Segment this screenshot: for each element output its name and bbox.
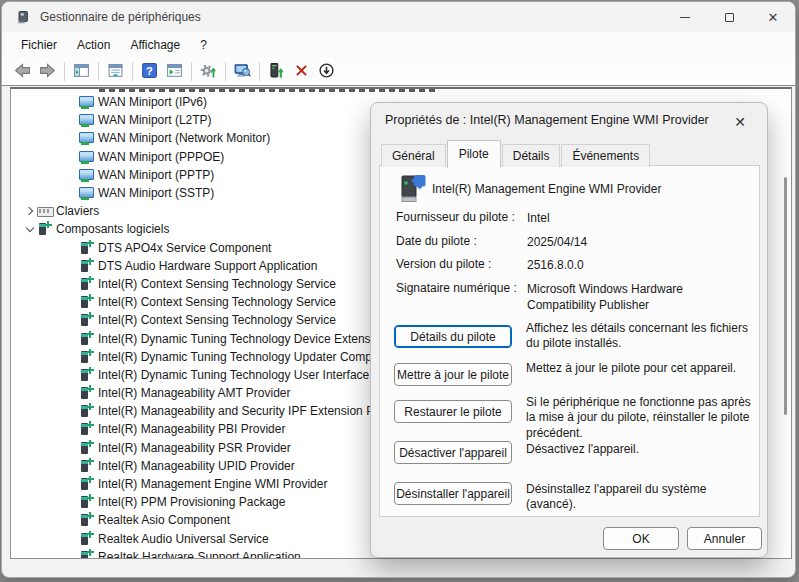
tree-item-label: Intel(R) Manageability PBI Provider — [98, 422, 285, 436]
properties-icon — [107, 62, 124, 82]
tree-item-label: Intel(R) Context Sensing Technology Serv… — [98, 313, 336, 327]
field-label: Fournisseur du pilote : — [396, 210, 527, 226]
toolbar-help-button[interactable]: ? — [137, 60, 162, 84]
action-description: Désactivez l'appareil. — [526, 442, 754, 457]
tree-item-label: WAN Miniport (L2TP) — [98, 113, 212, 127]
menubar: Fichier Action Affichage ? — [2, 32, 795, 58]
software-device-icon — [79, 441, 94, 455]
tree-item-label: Intel(R) Manageability AMT Provider — [98, 386, 291, 400]
uninstall-device-icon — [293, 62, 310, 82]
field-value: 2025/04/14 — [527, 234, 751, 250]
action-description: Affichez les détails concernant les fich… — [526, 321, 754, 352]
détails-du-pilote-button[interactable]: Détails du pilote — [394, 325, 512, 348]
software-device-icon — [79, 513, 94, 527]
chevron-spacer — [65, 168, 79, 182]
field-value: Intel — [527, 210, 751, 226]
tree-item-label: Intel(R) Manageability PSR Provider — [98, 441, 291, 455]
software-device-icon — [79, 313, 94, 327]
scan-hardware-changes-icon — [200, 62, 217, 82]
tab--v-nements[interactable]: Événements — [561, 144, 650, 167]
chevron-spacer — [65, 422, 79, 436]
software-device-icon — [37, 222, 52, 236]
désactiver-l-appareil-button[interactable]: Désactiver l'appareil — [394, 441, 512, 464]
menu-affichage[interactable]: Affichage — [120, 34, 190, 56]
chevron-right-icon[interactable] — [23, 204, 37, 218]
tree-item-label: Intel(R) Management Engine WMI Provider — [98, 477, 327, 491]
keyboard-device-icon — [37, 204, 52, 218]
tree-item-label: Realtek Hardware Support Application — [98, 550, 301, 559]
software-device-icon — [79, 277, 94, 291]
toolbar-uninstall-device-button[interactable] — [289, 60, 314, 84]
toolbar-back-button[interactable] — [10, 60, 35, 84]
tree-item-label: WAN Miniport (SSTP) — [98, 186, 214, 200]
chevron-spacer — [65, 386, 79, 400]
chevron-spacer — [65, 532, 79, 546]
chevron-down-icon[interactable] — [23, 222, 37, 236]
driver-field-row: Fournisseur du pilote :Intel — [396, 210, 751, 226]
toolbar-console-tree-button[interactable] — [69, 60, 94, 84]
tab-pilote[interactable]: Pilote — [447, 140, 501, 168]
toolbar-search-devices-button[interactable] — [230, 60, 255, 84]
software-device-icon — [79, 550, 94, 559]
tree-item-label: DTS Audio Hardware Support Application — [98, 259, 317, 273]
software-device-icon — [79, 532, 94, 546]
device-manager-app-icon — [15, 9, 31, 25]
minimize-button[interactable] — [663, 2, 707, 32]
software-device-icon — [79, 386, 94, 400]
chevron-spacer — [65, 241, 79, 255]
maximize-button[interactable] — [707, 2, 751, 32]
toolbar-separator — [191, 62, 192, 81]
tree-item-label: Composants logiciels — [56, 222, 169, 236]
chevron-spacer — [65, 404, 79, 418]
chevron-spacer — [65, 95, 79, 109]
tree-item-label: WAN Miniport (PPTP) — [98, 168, 214, 182]
toolbar-scan-hardware-changes-button[interactable] — [196, 60, 221, 84]
software-device-icon — [79, 495, 94, 509]
close-button[interactable]: ✕ — [751, 2, 795, 32]
toolbar-export-list-button[interactable] — [162, 60, 187, 84]
device-name: Intel(R) Management Engine WMI Provider — [432, 182, 661, 196]
toolbar-disable-device-button[interactable] — [314, 60, 339, 84]
tree-item-label: Intel(R) Manageability and Security IPF … — [98, 404, 378, 418]
chevron-spacer — [65, 150, 79, 164]
tree-item-label: Intel(R) Dynamic Tuning Technology Devic… — [98, 332, 373, 346]
tree-item-label: Intel(R) Manageability UPID Provider — [98, 459, 295, 473]
field-label: Version du pilote : — [396, 257, 527, 273]
cancel-button[interactable]: Annuler — [687, 527, 762, 550]
toolbar-update-driver-button[interactable] — [264, 60, 289, 84]
software-device-icon — [79, 295, 94, 309]
tree-item-label: WAN Miniport (Network Monitor) — [98, 131, 270, 145]
chevron-spacer — [65, 313, 79, 327]
toolbar-forward-button[interactable] — [35, 60, 60, 84]
chevron-spacer — [65, 459, 79, 473]
menu-fichier[interactable]: Fichier — [11, 34, 67, 56]
restaurer-le-pilote-button[interactable]: Restaurer le pilote — [394, 400, 512, 423]
toolbar-separator — [225, 62, 226, 81]
tree-item-label: Intel(R) Context Sensing Technology Serv… — [98, 277, 336, 291]
dialog-close-button[interactable]: ✕ — [727, 110, 753, 134]
tab-g-n-ral[interactable]: Général — [381, 144, 446, 167]
field-value: 2516.8.0.0 — [527, 257, 751, 273]
tab-d-tails[interactable]: Détails — [502, 144, 561, 167]
chevron-spacer — [65, 550, 79, 559]
dialog-title: Propriétés de : Intel(R) Management Engi… — [385, 113, 709, 127]
tree-item-label: WAN Miniport (PPPOE) — [98, 150, 224, 164]
minimize-icon — [680, 17, 690, 18]
ok-button[interactable]: OK — [603, 527, 679, 550]
chevron-spacer — [65, 295, 79, 309]
menu-help[interactable]: ? — [190, 34, 217, 56]
software-device-icon — [79, 368, 94, 382]
menu-action[interactable]: Action — [67, 34, 120, 56]
chevron-spacer — [65, 186, 79, 200]
software-component-icon — [395, 172, 429, 206]
chevron-spacer — [65, 277, 79, 291]
toolbar-properties-button[interactable] — [103, 60, 128, 84]
window-title: Gestionnaire de périphériques — [40, 10, 201, 24]
field-label: Date du pilote : — [396, 234, 527, 250]
tree-scrollbar-thumb[interactable] — [784, 177, 787, 415]
network-device-icon — [79, 131, 94, 145]
tree-item-label: Intel(R) Context Sensing Technology Serv… — [98, 295, 336, 309]
désinstaller-l-appareil-button[interactable]: Désinstaller l'appareil — [394, 482, 512, 505]
chevron-spacer — [65, 368, 79, 382]
mettre-à-jour-le-pilote-button[interactable]: Mettre à jour le pilote — [394, 363, 512, 386]
